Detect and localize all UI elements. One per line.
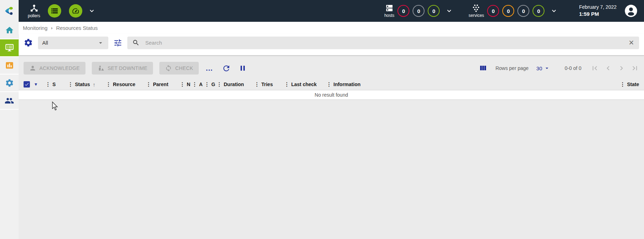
- breadcrumb-resources-status[interactable]: Resources Status: [56, 25, 97, 31]
- services-warning-badge[interactable]: 0: [502, 5, 514, 17]
- set-downtime-button[interactable]: SET DOWNTIME: [92, 62, 153, 75]
- downtime-icon: [97, 65, 104, 72]
- next-page-button[interactable]: [617, 64, 626, 72]
- services-label: services: [468, 13, 484, 18]
- pause-autorefresh-button[interactable]: [238, 64, 247, 72]
- drag-handle-icon[interactable]: ⋮: [106, 81, 111, 88]
- centreon-logo[interactable]: [0, 0, 19, 22]
- column-header-information[interactable]: ⋮ Information: [326, 81, 617, 88]
- hosts-down-badge[interactable]: 0: [397, 5, 409, 17]
- drag-handle-icon[interactable]: ⋮: [254, 81, 260, 88]
- services-chevron-down-icon[interactable]: [550, 7, 558, 15]
- top-bar: pollers hosts 0 0 0 se: [0, 0, 644, 22]
- sync-icon: [165, 65, 172, 72]
- drag-handle-icon[interactable]: ⋮: [192, 81, 197, 88]
- first-page-icon: [591, 64, 599, 72]
- pollers-menu[interactable]: pollers: [28, 4, 40, 18]
- columns-icon: [479, 64, 487, 72]
- column-header-last-check[interactable]: ⋮ Last check: [284, 81, 326, 88]
- column-header-status[interactable]: ⋮ Status ↑: [68, 81, 106, 88]
- sidebar-item-monitoring[interactable]: [0, 39, 19, 57]
- grain-icon: [472, 4, 480, 12]
- column-header-parent[interactable]: ⋮ Parent: [146, 81, 180, 88]
- select-arrow-icon: [97, 39, 104, 46]
- column-header-resource[interactable]: ⋮ Resource: [106, 81, 146, 88]
- column-header-notes[interactable]: ⋮ N: [180, 81, 192, 88]
- drag-handle-icon[interactable]: ⋮: [180, 81, 185, 88]
- user-avatar[interactable]: [624, 4, 638, 18]
- services-critical-badge[interactable]: 0: [487, 5, 499, 17]
- column-header-severity[interactable]: ⋮ S: [45, 81, 68, 88]
- edit-columns-button[interactable]: [479, 64, 487, 72]
- breadcrumb-monitoring[interactable]: Monitoring: [23, 25, 47, 31]
- main-content: Monitoring › Resources Status All ✕: [19, 22, 644, 239]
- platform-status-button[interactable]: [69, 4, 82, 18]
- sidebar: [0, 22, 19, 239]
- hosts-unreachable-badge[interactable]: 0: [413, 5, 425, 17]
- refresh-button[interactable]: [222, 64, 231, 73]
- drag-handle-icon[interactable]: ⋮: [326, 81, 332, 88]
- last-page-button[interactable]: [631, 64, 639, 72]
- chevron-left-icon: [604, 64, 612, 72]
- home-icon: [5, 26, 14, 35]
- centreon-logo-icon: [4, 6, 15, 16]
- acknowledge-button[interactable]: ACKNOWLEDGE: [24, 62, 85, 75]
- services-unknown-badge[interactable]: 0: [517, 5, 529, 17]
- sidebar-item-configuration[interactable]: [0, 75, 19, 92]
- drag-handle-icon[interactable]: ⋮: [284, 81, 289, 88]
- column-header-duration[interactable]: ⋮ Duration: [217, 81, 254, 88]
- column-header-graph[interactable]: ⋮ G: [204, 81, 217, 88]
- settings-icon[interactable]: [24, 38, 33, 47]
- table-header: ▼ ⋮ S ⋮ Status ↑ ⋮ Resource ⋮ Parent ⋮ N: [24, 79, 639, 90]
- export-configuration-button[interactable]: [48, 4, 61, 18]
- clock-date: February 7, 2022: [579, 4, 617, 11]
- set-downtime-label: SET DOWNTIME: [108, 65, 147, 71]
- clock-time: 1:59 PM: [579, 11, 617, 18]
- drag-handle-icon[interactable]: ⋮: [217, 81, 222, 88]
- pollers-chevron-down-icon[interactable]: [88, 7, 96, 15]
- chevron-right-icon: [617, 64, 626, 72]
- column-header-tries[interactable]: ⋮ Tries: [254, 81, 284, 88]
- sidebar-item-administration[interactable]: [0, 92, 19, 110]
- clear-search-icon[interactable]: ✕: [629, 39, 634, 46]
- select-options-arrow-icon[interactable]: ▼: [34, 82, 38, 87]
- hosts-menu[interactable]: hosts: [384, 4, 395, 18]
- hosts-label: hosts: [384, 13, 395, 18]
- search-input[interactable]: [145, 40, 623, 46]
- pagination-bar: Rows per page 30 0-0 of 0: [479, 64, 639, 72]
- more-actions-button[interactable]: ...: [206, 66, 213, 70]
- check-button[interactable]: CHECK: [159, 62, 199, 75]
- drag-handle-icon[interactable]: ⋮: [620, 81, 625, 88]
- refresh-icon: [222, 64, 231, 73]
- column-header-action[interactable]: ⋮ A: [192, 81, 204, 88]
- breadcrumb: Monitoring › Resources Status: [19, 22, 644, 34]
- select-all-checkbox[interactable]: [24, 81, 30, 88]
- previous-page-button[interactable]: [604, 64, 612, 72]
- first-page-button[interactable]: [591, 64, 599, 72]
- pagination-range: 0-0 of 0: [565, 65, 581, 71]
- hosts-chevron-down-icon[interactable]: [445, 7, 453, 15]
- hosts-up-badge[interactable]: 0: [428, 5, 440, 17]
- search-box: ✕: [127, 37, 639, 49]
- services-ok-badge[interactable]: 0: [533, 5, 544, 17]
- pause-icon: [238, 64, 247, 72]
- drag-handle-icon[interactable]: ⋮: [204, 81, 210, 88]
- drag-handle-icon[interactable]: ⋮: [45, 81, 51, 88]
- filter-select[interactable]: All: [38, 37, 108, 49]
- search-icon: [132, 39, 140, 46]
- tune-icon[interactable]: [113, 38, 122, 47]
- services-menu[interactable]: services: [468, 4, 484, 18]
- rows-per-page-select[interactable]: 30: [536, 65, 550, 71]
- check-icon: [24, 82, 29, 87]
- breadcrumb-chevron-icon: ›: [51, 25, 52, 31]
- drag-handle-icon[interactable]: ⋮: [68, 81, 73, 88]
- drag-handle-icon[interactable]: ⋮: [146, 81, 151, 88]
- last-page-icon: [631, 64, 639, 72]
- sort-asc-icon[interactable]: ↑: [93, 82, 96, 88]
- column-header-state[interactable]: ⋮ State: [617, 81, 639, 88]
- sidebar-item-home[interactable]: [0, 22, 19, 39]
- server-icon: [385, 4, 394, 12]
- sidebar-item-reporting[interactable]: [0, 57, 19, 75]
- resources-panel: ACKNOWLEDGE SET DOWNTIME CHECK ...: [19, 62, 644, 90]
- empty-result-message: No result found: [19, 90, 644, 100]
